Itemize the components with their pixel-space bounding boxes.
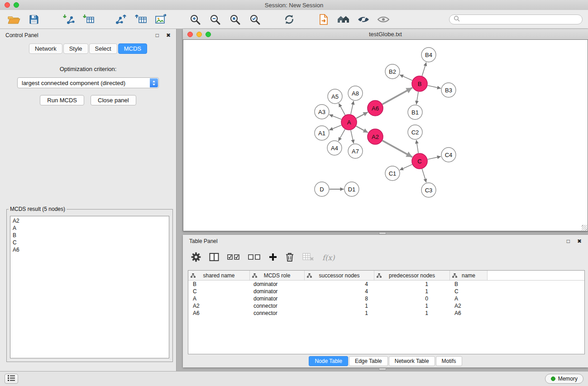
delete-column-button[interactable] <box>285 252 294 263</box>
close-panel-icon[interactable]: ✖ <box>166 33 171 38</box>
node-A7[interactable]: A7 <box>348 144 363 158</box>
table-row[interactable]: Adominator80A <box>188 295 584 302</box>
edge-A2-C[interactable] <box>382 141 412 157</box>
run-mcds-button[interactable]: Run MCDS <box>40 95 84 105</box>
show-details-button[interactable] <box>375 12 392 27</box>
hide-details-button[interactable] <box>355 12 372 27</box>
result-item[interactable]: A6 <box>13 246 167 253</box>
open-file-button[interactable] <box>5 12 23 27</box>
dropdown-stepper-icon[interactable] <box>150 78 158 87</box>
column-header-shared-name[interactable]: shared name <box>188 271 250 280</box>
show-columns-button[interactable] <box>209 253 219 263</box>
node-A8[interactable]: A8 <box>348 86 363 100</box>
select-all-button[interactable] <box>227 253 240 262</box>
node-C1[interactable]: C1 <box>385 166 400 181</box>
deselect-all-button[interactable] <box>248 253 261 262</box>
column-header-predecessor-nodes[interactable]: predecessor nodes <box>374 271 450 280</box>
node-A6[interactable]: A6 <box>368 100 383 116</box>
edge-B-B2[interactable] <box>400 75 412 80</box>
float-table-panel-icon[interactable]: □ <box>567 238 570 244</box>
edge-A6-B[interactable] <box>382 88 412 104</box>
column-header-successor-nodes[interactable]: successor nodes <box>305 271 374 280</box>
splitter-handle[interactable] <box>379 232 386 234</box>
network-graph[interactable]: B4B2BB3A5A8A6B1A3AA1C2A2A4A7C4CC1C3DD1 <box>183 40 588 231</box>
edge-A-A1[interactable] <box>329 125 341 130</box>
network-minimize-button[interactable] <box>196 32 202 37</box>
document-export-button[interactable] <box>315 12 332 27</box>
result-item[interactable]: B <box>13 232 167 239</box>
tab-select[interactable]: Select <box>89 43 117 54</box>
node-B2[interactable]: B2 <box>385 64 400 79</box>
node-C2[interactable]: C2 <box>408 125 422 139</box>
table-row[interactable]: Bdominator41B <box>188 281 584 288</box>
node-A5[interactable]: A5 <box>328 89 342 104</box>
node-B[interactable]: B <box>412 76 427 91</box>
node-A4[interactable]: A4 <box>327 141 342 155</box>
node-C[interactable]: C <box>412 153 427 169</box>
close-window-button[interactable] <box>5 2 10 8</box>
zoom-fit-button[interactable] <box>226 12 244 27</box>
edge-A-A5[interactable] <box>339 103 345 115</box>
splitter-handle[interactable] <box>379 368 386 370</box>
tab-mcds[interactable]: MCDS <box>118 43 147 54</box>
resize-grip-icon[interactable] <box>582 225 587 230</box>
node-B3[interactable]: B3 <box>441 83 456 97</box>
float-panel-icon[interactable]: □ <box>156 33 159 38</box>
node-A2[interactable]: A2 <box>368 129 383 144</box>
edge-A-A6[interactable] <box>356 112 368 119</box>
zoom-in-button[interactable] <box>186 12 204 27</box>
edge-A-A7[interactable] <box>351 130 354 143</box>
column-header-MCDS-role[interactable]: MCDS role <box>250 271 305 280</box>
close-panel-button[interactable]: Close panel <box>91 95 136 105</box>
zoom-window-button[interactable] <box>14 2 19 8</box>
task-history-button[interactable] <box>5 374 18 384</box>
edge-C-C4[interactable] <box>428 157 441 159</box>
function-builder-button[interactable]: f(x) <box>322 253 335 262</box>
table-row[interactable]: A6connector11A6 <box>188 310 584 317</box>
result-item[interactable]: A <box>13 224 167 232</box>
network-close-button[interactable] <box>187 32 193 37</box>
zoom-selected-button[interactable] <box>246 12 263 27</box>
memory-button[interactable]: Memory <box>545 374 583 384</box>
delete-table-button[interactable] <box>302 253 314 263</box>
tab-node-table[interactable]: Node Table <box>309 356 348 366</box>
tab-style[interactable]: Style <box>63 43 88 54</box>
tab-edge-table[interactable]: Edge Table <box>349 356 388 366</box>
node-C3[interactable]: C3 <box>421 183 436 197</box>
edge-C-C2[interactable] <box>416 140 419 153</box>
edge-B-B4[interactable] <box>422 62 426 76</box>
add-column-button[interactable] <box>269 253 277 262</box>
export-network-button[interactable] <box>112 12 129 27</box>
refresh-layout-button[interactable] <box>281 12 298 27</box>
node-A[interactable]: A <box>341 114 357 130</box>
export-image-button[interactable] <box>152 12 169 27</box>
node-B4[interactable]: B4 <box>421 48 436 62</box>
node-A1[interactable]: A1 <box>315 126 329 140</box>
table-settings-button[interactable] <box>191 252 201 263</box>
node-A3[interactable]: A3 <box>315 105 329 119</box>
import-table-button[interactable] <box>80 12 97 27</box>
node-C4[interactable]: C4 <box>441 148 456 162</box>
network-zoom-button[interactable] <box>206 32 211 37</box>
mcds-result-list[interactable]: A2ABCA6 <box>10 216 169 358</box>
search-input[interactable] <box>463 16 578 23</box>
node-D[interactable]: D <box>315 182 329 196</box>
edge-A-A3[interactable] <box>329 114 341 119</box>
save-session-button[interactable] <box>25 12 43 27</box>
close-table-panel-icon[interactable]: ✖ <box>577 238 582 244</box>
node-B1[interactable]: B1 <box>408 105 422 119</box>
node-D1[interactable]: D1 <box>344 182 359 196</box>
search-field[interactable] <box>449 14 583 24</box>
edge-B-B1[interactable] <box>416 92 418 105</box>
network-canvas[interactable]: B4B2BB3A5A8A6B1A3AA1C2A2A4A7C4CC1C3DD1 <box>183 39 588 231</box>
tab-network[interactable]: Network <box>29 43 62 54</box>
optimization-criterion-dropdown[interactable]: largest connected component (directed) <box>17 77 159 88</box>
edge-C-C3[interactable] <box>422 169 426 182</box>
edge-B-B3[interactable] <box>428 86 441 88</box>
edge-A-A2[interactable] <box>356 126 368 133</box>
import-network-button[interactable] <box>60 12 77 27</box>
table-row[interactable]: Cdominator41C <box>188 288 584 295</box>
table-row[interactable]: A2connector11A2 <box>188 302 584 310</box>
zoom-out-button[interactable] <box>206 12 224 27</box>
home-button[interactable] <box>335 12 352 27</box>
